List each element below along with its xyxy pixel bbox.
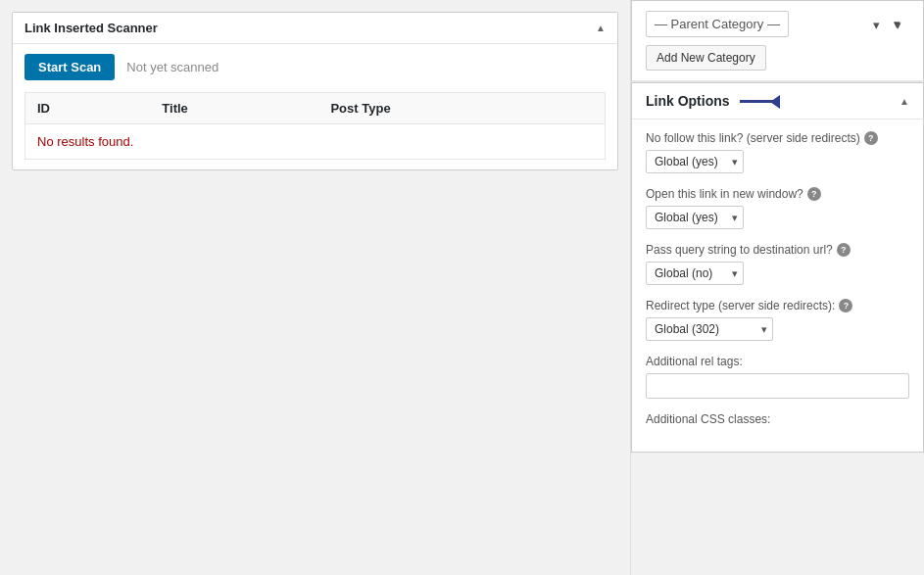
arrow-indicator xyxy=(740,100,779,103)
link-options-title-row: Link Options xyxy=(646,93,779,109)
empty-message: No results found. xyxy=(25,124,606,160)
scanner-header: Link Inserted Scanner ▲ xyxy=(13,13,617,44)
category-select-row: — Parent Category — ▾ xyxy=(646,11,909,37)
new-window-help-icon[interactable]: ? xyxy=(807,187,821,201)
redirect-type-select-wrapper: Global (302) 301 302 307 xyxy=(646,317,773,341)
new-window-select[interactable]: Global (yes) Yes No xyxy=(646,206,744,229)
col-post-type: Post Type xyxy=(318,93,605,124)
results-table: ID Title Post Type No results found. xyxy=(24,92,606,160)
redirect-type-help-icon[interactable]: ? xyxy=(839,299,852,312)
table-empty-row: No results found. xyxy=(25,124,606,160)
redirect-type-select[interactable]: Global (302) 301 302 307 xyxy=(646,317,773,341)
add-category-button[interactable]: Add New Category xyxy=(646,45,766,71)
col-id: ID xyxy=(25,93,151,124)
new-window-label: Open this link in new window? ? xyxy=(646,187,909,201)
link-options-box: Link Options ▲ No follow this link? (ser… xyxy=(631,82,924,453)
scanner-title: Link Inserted Scanner xyxy=(24,21,158,35)
col-title: Title xyxy=(150,93,318,124)
scan-row: Start Scan Not yet scanned xyxy=(24,54,606,80)
option-rel-tags: Additional rel tags: xyxy=(646,355,909,399)
no-follow-help-icon[interactable]: ? xyxy=(864,131,878,145)
no-follow-select-wrapper: Global (yes) Yes No xyxy=(646,150,744,173)
redirect-type-label: Redirect type (server side redirects): ? xyxy=(646,299,909,312)
table-header-row: ID Title Post Type xyxy=(25,93,606,124)
query-string-label: Pass query string to destination url? ? xyxy=(646,243,909,257)
scanner-box: Link Inserted Scanner ▲ Start Scan Not y… xyxy=(12,12,618,170)
query-string-select-wrapper: Global (no) Yes No xyxy=(646,262,744,285)
new-window-select-wrapper: Global (yes) Yes No xyxy=(646,206,744,229)
start-scan-button[interactable]: Start Scan xyxy=(24,54,115,80)
link-options-body: No follow this link? (server side redire… xyxy=(632,120,923,452)
link-options-header: Link Options ▲ xyxy=(632,83,923,120)
query-string-select[interactable]: Global (no) Yes No xyxy=(646,262,744,285)
no-follow-select[interactable]: Global (yes) Yes No xyxy=(646,150,744,173)
scanner-body: Start Scan Not yet scanned ID Title Post… xyxy=(13,44,617,169)
option-redirect-type: Redirect type (server side redirects): ?… xyxy=(646,299,909,341)
rel-tags-input[interactable] xyxy=(646,373,909,399)
option-query-string: Pass query string to destination url? ? … xyxy=(646,243,909,285)
css-classes-label: Additional CSS classes: xyxy=(646,412,909,426)
link-options-title: Link Options xyxy=(646,93,730,109)
right-panel: — Parent Category — ▾ Add New Category L… xyxy=(630,0,924,575)
option-css-classes: Additional CSS classes: xyxy=(646,412,909,426)
category-box: — Parent Category — ▾ Add New Category xyxy=(631,0,924,81)
left-panel: Link Inserted Scanner ▲ Start Scan Not y… xyxy=(0,0,630,575)
scan-status: Not yet scanned xyxy=(126,60,219,74)
no-follow-label: No follow this link? (server side redire… xyxy=(646,131,909,145)
option-no-follow: No follow this link? (server side redire… xyxy=(646,131,909,173)
parent-category-wrapper: — Parent Category — xyxy=(646,11,888,37)
link-options-collapse-icon[interactable]: ▲ xyxy=(900,96,909,107)
category-select-arrow: ▾ xyxy=(894,17,909,31)
parent-category-select[interactable]: — Parent Category — xyxy=(646,11,789,37)
collapse-icon[interactable]: ▲ xyxy=(596,23,606,33)
rel-tags-label: Additional rel tags: xyxy=(646,355,909,368)
option-new-window: Open this link in new window? ? Global (… xyxy=(646,187,909,229)
query-string-help-icon[interactable]: ? xyxy=(837,243,851,257)
